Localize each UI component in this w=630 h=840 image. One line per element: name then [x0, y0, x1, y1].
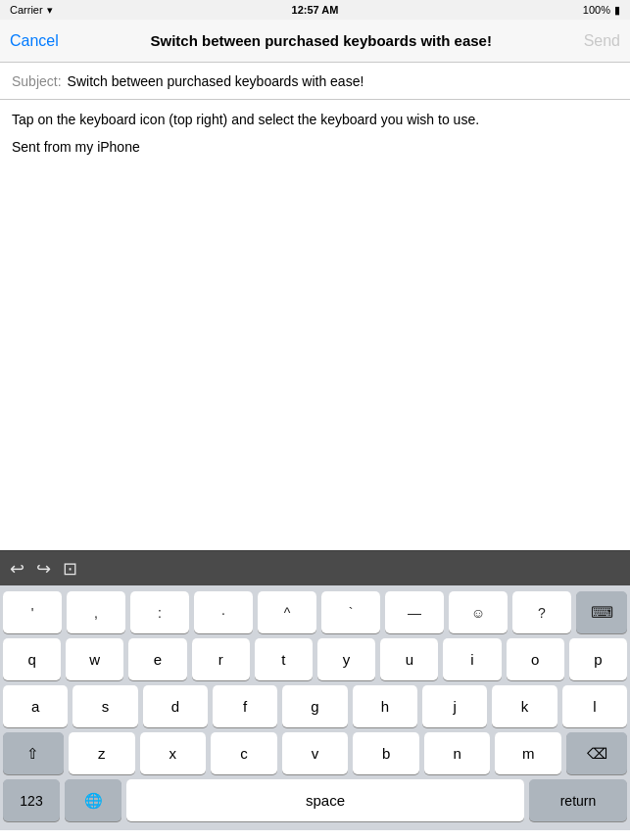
key-z[interactable]: z: [69, 732, 135, 774]
return-key[interactable]: return: [529, 779, 627, 821]
status-bar: Carrier ▾ 12:57 AM 100% ▮: [0, 0, 630, 20]
battery-icon: ▮: [614, 4, 620, 17]
key-keyboard-icon[interactable]: ⌨: [576, 591, 627, 633]
key-x[interactable]: x: [140, 732, 207, 774]
key-a[interactable]: a: [3, 685, 68, 727]
key-g[interactable]: g: [282, 685, 347, 727]
send-button[interactable]: Send: [584, 32, 620, 50]
key-period[interactable]: ·: [194, 591, 253, 633]
key-e[interactable]: e: [128, 638, 186, 680]
shift-key[interactable]: ⇧: [3, 732, 64, 774]
key-dash[interactable]: —: [385, 591, 444, 633]
key-o[interactable]: o: [507, 638, 564, 680]
key-i[interactable]: i: [443, 638, 501, 680]
symbol-row: ' , : · ^ ` — ☺ ? ⌨: [3, 591, 627, 633]
key-p[interactable]: p: [569, 638, 627, 680]
subject-text: Switch between purchased keyboards with …: [68, 73, 364, 89]
numbers-key[interactable]: 123: [3, 779, 60, 821]
undo-icon[interactable]: ↩: [10, 558, 24, 580]
nav-bar: Cancel Switch between purchased keyboard…: [0, 20, 630, 63]
key-y[interactable]: y: [317, 638, 375, 680]
qwerty-row: q w e r t y u i o p: [3, 638, 627, 680]
nav-title: Switch between purchased keyboards with …: [59, 32, 584, 49]
key-apostrophe[interactable]: ': [3, 591, 62, 633]
subject-bar: Subject: Switch between purchased keyboa…: [0, 63, 630, 100]
key-k[interactable]: k: [492, 685, 557, 727]
key-comma[interactable]: ,: [67, 591, 125, 633]
bottom-row: 123 🌐 space return: [3, 779, 627, 821]
key-l[interactable]: l: [562, 685, 627, 727]
key-colon[interactable]: :: [130, 591, 189, 633]
clipboard-icon[interactable]: ⊡: [63, 558, 77, 580]
key-f[interactable]: f: [213, 685, 277, 727]
asdf-row: a s d f g h j k l: [3, 685, 627, 727]
key-j[interactable]: j: [422, 685, 487, 727]
key-h[interactable]: h: [353, 685, 417, 727]
key-s[interactable]: s: [73, 685, 137, 727]
cancel-button[interactable]: Cancel: [10, 32, 59, 50]
keyboard-toolbar: ↩ ↪ ⊡: [0, 550, 630, 585]
key-smile[interactable]: ☺: [449, 591, 508, 633]
wifi-icon: ▾: [47, 4, 53, 17]
zxcvbnm-row: ⇧ z x c v b n m ⌫: [3, 732, 627, 774]
key-w[interactable]: w: [66, 638, 123, 680]
key-r[interactable]: r: [192, 638, 250, 680]
battery-label: 100%: [583, 4, 610, 16]
key-backtick[interactable]: `: [321, 591, 380, 633]
key-d[interactable]: d: [143, 685, 208, 727]
key-c[interactable]: c: [211, 732, 277, 774]
key-m[interactable]: m: [495, 732, 561, 774]
key-question[interactable]: ?: [512, 591, 571, 633]
key-caret[interactable]: ^: [258, 591, 316, 633]
key-t[interactable]: t: [255, 638, 313, 680]
key-b[interactable]: b: [353, 732, 419, 774]
body-line1: Tap on the keyboard icon (top right) and…: [12, 112, 618, 127]
globe-key[interactable]: 🌐: [65, 779, 121, 821]
key-q[interactable]: q: [3, 638, 61, 680]
key-n[interactable]: n: [424, 732, 491, 774]
status-time: 12:57 AM: [292, 4, 339, 16]
keyboard: ' , : · ^ ` — ☺ ? ⌨ q w e r t y u i o p …: [0, 585, 630, 830]
body-line2: Sent from my iPhone: [12, 139, 618, 155]
key-v[interactable]: v: [282, 732, 349, 774]
email-body[interactable]: Tap on the keyboard icon (top right) and…: [0, 100, 630, 550]
carrier-label: Carrier: [10, 4, 43, 16]
subject-label: Subject:: [12, 73, 62, 89]
key-u[interactable]: u: [380, 638, 438, 680]
backspace-key[interactable]: ⌫: [566, 732, 627, 774]
redo-icon[interactable]: ↪: [36, 558, 51, 580]
space-key[interactable]: space: [126, 779, 524, 821]
